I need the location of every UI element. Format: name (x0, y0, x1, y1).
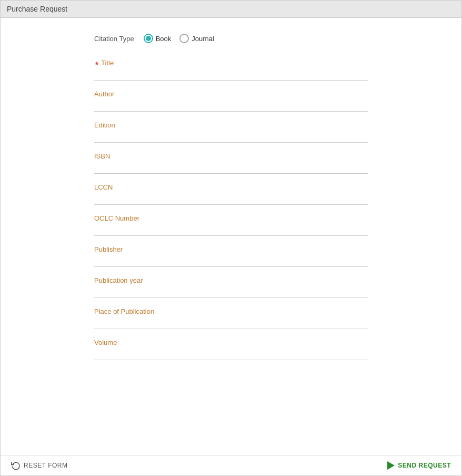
input-publication_year[interactable] (94, 285, 368, 298)
input-volume[interactable] (94, 348, 368, 360)
field-group-publication_year: Publication year (94, 276, 368, 298)
citation-type-row: Citation Type Book Journal (94, 34, 368, 43)
input-edition[interactable] (94, 130, 368, 143)
reset-button[interactable]: RESET FORM (11, 461, 67, 470)
input-oclc_number[interactable] (94, 223, 368, 236)
field-group-publisher: Publisher (94, 245, 368, 267)
send-arrow-icon (387, 461, 395, 470)
field-group-isbn: ISBN (94, 152, 368, 174)
fields-container: TitleAuthorEditionISBNLCCNOCLC NumberPub… (94, 59, 368, 370)
label-author: Author (94, 90, 368, 98)
field-group-place_of_publication: Place of Publication (94, 308, 368, 329)
footer: RESET FORM SEND REQUEST (1, 455, 461, 475)
field-group-oclc_number: OCLC Number (94, 214, 368, 236)
window-title: Purchase Request (7, 5, 67, 13)
label-oclc_number: OCLC Number (94, 214, 368, 222)
send-request-button[interactable]: SEND REQUEST (387, 461, 451, 470)
field-group-volume: Volume (94, 339, 368, 360)
label-isbn: ISBN (94, 152, 368, 160)
reset-icon (11, 461, 21, 470)
radio-journal[interactable]: Journal (179, 34, 214, 43)
input-lccn[interactable] (94, 192, 368, 205)
field-group-edition: Edition (94, 121, 368, 143)
label-volume: Volume (94, 339, 368, 346)
citation-type-label: Citation Type (94, 35, 134, 43)
input-author[interactable] (94, 99, 368, 112)
field-group-author: Author (94, 90, 368, 112)
radio-book[interactable]: Book (144, 34, 172, 43)
input-publisher[interactable] (94, 254, 368, 267)
citation-type-radio-group: Book Journal (144, 34, 214, 43)
content-area: Citation Type Book Journal TitleAuthorEd… (1, 18, 461, 455)
field-group-title: Title (94, 59, 368, 81)
input-title[interactable] (94, 68, 368, 81)
field-group-lccn: LCCN (94, 183, 368, 205)
send-label: SEND REQUEST (398, 462, 451, 469)
label-publisher: Publisher (94, 245, 368, 253)
radio-journal-label: Journal (192, 35, 214, 43)
radio-book-circle[interactable] (144, 34, 153, 43)
label-place_of_publication: Place of Publication (94, 308, 368, 315)
form-container: Citation Type Book Journal TitleAuthorEd… (94, 34, 368, 370)
input-place_of_publication[interactable] (94, 316, 368, 329)
reset-label: RESET FORM (24, 462, 67, 469)
purchase-request-window: Purchase Request Citation Type Book Jour… (0, 0, 462, 476)
label-lccn: LCCN (94, 183, 368, 191)
title-bar: Purchase Request (1, 1, 461, 18)
radio-book-label: Book (156, 35, 172, 43)
input-isbn[interactable] (94, 161, 368, 174)
label-title: Title (94, 59, 368, 67)
radio-journal-circle[interactable] (179, 34, 189, 43)
label-edition: Edition (94, 121, 368, 129)
label-publication_year: Publication year (94, 276, 368, 284)
